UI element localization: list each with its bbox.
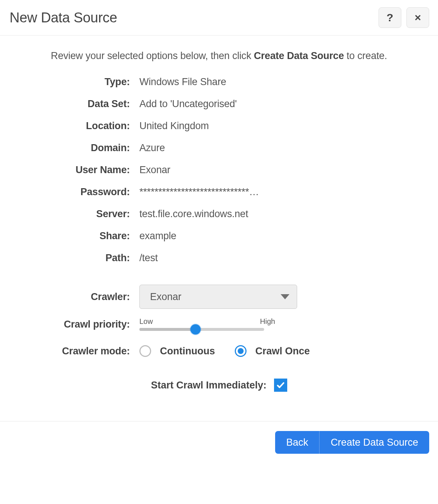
footer-button-group: Back Create Data Source xyxy=(275,431,429,454)
label-crawler: Crawler: xyxy=(15,291,139,303)
modal-title: New Data Source xyxy=(10,10,373,26)
checkbox-start-immediately[interactable] xyxy=(274,379,287,392)
row-share: Share: example xyxy=(15,227,423,245)
row-username: User Name: Exonar xyxy=(15,161,423,179)
label-priority: Crawl priority: xyxy=(15,319,139,331)
label-server: Server: xyxy=(15,208,139,220)
radio-continuous[interactable] xyxy=(139,345,151,357)
modal-body: Review your selected options below, then… xyxy=(0,36,438,406)
label-dataset: Data Set: xyxy=(15,98,139,110)
chevron-down-icon xyxy=(281,294,289,299)
close-button[interactable]: × xyxy=(406,7,429,28)
mode-radio-group: Continuous Crawl Once xyxy=(139,345,321,357)
row-start-immediately: Start Crawl Immediately: xyxy=(15,379,423,392)
create-data-source-button[interactable]: Create Data Source xyxy=(320,431,429,454)
value-server: test.file.core.windows.net xyxy=(139,208,423,220)
modal-footer: Back Create Data Source xyxy=(0,421,438,463)
row-password: Password: *****************************… xyxy=(15,183,423,201)
label-type: Type: xyxy=(15,76,139,88)
modal-header: New Data Source ? × xyxy=(0,0,438,36)
row-server: Server: test.file.core.windows.net xyxy=(15,205,423,223)
value-path: /test xyxy=(139,252,423,264)
crawler-select-value: Exonar xyxy=(150,291,281,303)
help-button[interactable]: ? xyxy=(379,7,401,28)
priority-high-label: High xyxy=(260,317,275,326)
label-location: Location: xyxy=(15,120,139,132)
row-priority: Crawl priority: Low High xyxy=(15,313,423,331)
label-share: Share: xyxy=(15,230,139,242)
row-location: Location: United Kingdom xyxy=(15,117,423,135)
radio-crawl-once[interactable] xyxy=(235,345,247,357)
row-domain: Domain: Azure xyxy=(15,139,423,157)
value-dataset: Add to 'Uncategorised' xyxy=(139,98,423,110)
priority-low-label: Low xyxy=(139,317,153,326)
priority-slider-fill xyxy=(139,328,196,331)
label-path: Path: xyxy=(15,252,139,264)
close-icon: × xyxy=(415,11,421,24)
intro-bold: Create Data Source xyxy=(254,50,344,61)
value-password: *****************************… xyxy=(139,186,423,198)
priority-slider-thumb[interactable] xyxy=(190,324,201,335)
row-path: Path: /test xyxy=(15,249,423,267)
label-start-immediately: Start Crawl Immediately: xyxy=(151,380,266,391)
intro-text: Review your selected options below, then… xyxy=(15,50,423,62)
crawler-select[interactable]: Exonar xyxy=(139,285,297,309)
value-location: United Kingdom xyxy=(139,120,423,132)
intro-suffix: to create. xyxy=(344,50,387,61)
value-share: example xyxy=(139,230,423,242)
priority-slider-container: Low High xyxy=(139,315,275,331)
label-mode: Crawler mode: xyxy=(15,346,139,357)
label-username: User Name: xyxy=(15,164,139,176)
row-dataset: Data Set: Add to 'Uncategorised' xyxy=(15,95,423,113)
help-icon: ? xyxy=(387,11,393,24)
radio-crawl-once-label: Crawl Once xyxy=(255,346,310,357)
row-mode: Crawler mode: Continuous Crawl Once xyxy=(15,342,423,360)
intro-prefix: Review your selected options below, then… xyxy=(51,50,254,61)
value-username: Exonar xyxy=(139,164,423,176)
value-type: Windows File Share xyxy=(139,76,423,88)
row-type: Type: Windows File Share xyxy=(15,73,423,91)
row-crawler: Crawler: Exonar xyxy=(15,285,423,309)
label-domain: Domain: xyxy=(15,142,139,154)
priority-slider[interactable] xyxy=(139,328,264,331)
label-password: Password: xyxy=(15,186,139,198)
back-button[interactable]: Back xyxy=(275,431,320,454)
check-icon xyxy=(276,381,285,390)
new-data-source-modal: New Data Source ? × Review your selected… xyxy=(0,0,438,463)
value-domain: Azure xyxy=(139,142,423,154)
radio-continuous-label: Continuous xyxy=(160,346,215,357)
